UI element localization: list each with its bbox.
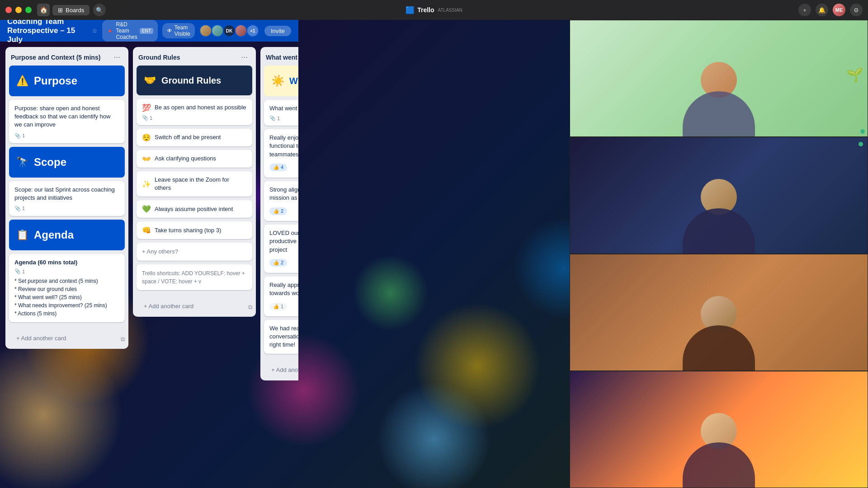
column-header-purpose: Purpose and Context (5 mins) ···: [5, 47, 128, 66]
purpose-emoji: ⚠️: [16, 75, 28, 87]
paperclip-icon: 📎: [14, 133, 21, 139]
vote-badge-kickoff[interactable]: 👍 2: [269, 259, 287, 267]
notification-bell[interactable]: 🔔: [816, 4, 828, 16]
video-cell-2: [570, 137, 868, 254]
card-gr-positive[interactable]: 💚 Always assume positive intent: [137, 200, 252, 218]
card-wwwell-alignment[interactable]: Strong alignment to our purpose and miss…: [264, 181, 298, 221]
column-what-went-well: What went well? (10 mins) ··· ☀️ What we…: [260, 47, 298, 380]
card-wwwell-crossfunctional[interactable]: Really enjoyed working as a cross-functi…: [264, 129, 298, 178]
atlassian-label: ATLASSIAN: [438, 8, 462, 13]
column-purpose-context: Purpose and Context (5 mins) ··· ⚠️ Purp…: [5, 47, 128, 349]
invite-button[interactable]: Invite: [264, 26, 291, 36]
card-purpose-text[interactable]: Purpose: share open and honest feedback …: [9, 100, 125, 143]
card-gr-space[interactable]: ✨ Leave space in the Zoom for others: [137, 171, 252, 197]
card-scope-text[interactable]: Scope: our last Sprint across coaching p…: [9, 181, 125, 216]
card-wwwell-conversations[interactable]: We had really productive, but tough conv…: [264, 320, 298, 354]
search-button[interactable]: 🔍: [93, 4, 106, 16]
vote-badge-alignment[interactable]: 👍 2: [269, 207, 287, 215]
member-avatar-plus[interactable]: +1: [246, 24, 259, 37]
add-card-button-groundrules[interactable]: + Add another card: [138, 299, 199, 313]
add-button[interactable]: +: [798, 4, 811, 16]
maximize-button[interactable]: [25, 7, 32, 13]
gr-emoji-1: 💯: [142, 103, 151, 112]
agenda-item-2: * Review our ground rules: [14, 285, 119, 293]
member-avatar-1[interactable]: [199, 24, 212, 37]
column-menu-groundrules[interactable]: ···: [238, 52, 250, 63]
visibility-label: Team Visible: [175, 24, 190, 37]
card-gr-others[interactable]: + Any others?: [137, 243, 252, 260]
column-menu-purpose[interactable]: ···: [111, 52, 123, 63]
card-gr-turns[interactable]: 👊 Take turns sharing (top 3): [137, 221, 252, 239]
gr-text-4: Leave space in the Zoom for others: [155, 176, 247, 192]
column-cards-purpose: ⚠️ Purpose Purpose: share open and hones…: [5, 66, 128, 329]
vote-badge-worklife[interactable]: 👍 1: [269, 303, 287, 310]
column-cards-wwwell: ☀️ What went well? What went well? 📎 1 R…: [260, 66, 298, 361]
workspace-badge[interactable]: 🔺 R&D Team Coaches ENT: [102, 20, 157, 42]
visibility-icon: 👁: [167, 28, 172, 34]
column-ground-rules: Ground Rules ··· 🤝 Ground Rules 💯 Be as …: [133, 47, 256, 317]
workspace-icon: 🔺: [107, 28, 113, 34]
card-gr-honest[interactable]: 💯 Be as open and honest as possible 📎 1: [137, 99, 252, 125]
card-agenda-hero[interactable]: 📋 Agenda: [9, 220, 125, 250]
scope-emoji: 🔭: [16, 156, 28, 168]
workspace-label: R&D Team Coaches: [116, 21, 137, 40]
board-area: Purpose and Context (5 mins) ··· ⚠️ Purp…: [0, 42, 298, 488]
gr-text-5: Always assume positive intent: [155, 205, 233, 213]
wwwell-title: What went well?: [289, 76, 298, 86]
vote-badge-cf[interactable]: 👍 4: [269, 164, 287, 171]
wwwell-alignment-text: Strong alignment to our purpose and miss…: [269, 186, 298, 202]
trello-wordmark: Trello: [417, 6, 434, 14]
member-avatar-4[interactable]: [235, 24, 247, 37]
settings-button[interactable]: ⚙: [850, 4, 863, 16]
video-cell-1: 🌱: [570, 20, 868, 137]
paperclip-icon-gr1: 📎: [142, 115, 148, 121]
close-button[interactable]: [5, 7, 12, 13]
agenda-item-1: * Set purpose and context (5 mins): [14, 277, 119, 285]
column-header-groundrules: Ground Rules ···: [133, 47, 256, 66]
gr-emoji-4: ✨: [142, 180, 151, 188]
purpose-attachment: 📎 1: [14, 133, 25, 139]
card-gr-switchoff[interactable]: 😌 Switch off and be present: [137, 129, 252, 146]
member-avatar-2[interactable]: [211, 24, 224, 37]
grid-icon: ⊞: [58, 7, 63, 14]
gr-emoji-2: 😌: [142, 133, 151, 142]
column-cards-groundrules: 🤝 Ground Rules 💯 Be as open and honest a…: [133, 66, 256, 297]
purpose-text: Purpose: share open and honest feedback …: [14, 104, 119, 129]
add-card-button-wwwell[interactable]: + Add another card: [266, 363, 298, 377]
column-title-wwwell: What went well? (10 mins): [266, 54, 298, 61]
card-agenda-text[interactable]: Agenda (60 mins total) 📎 1 * Set purpose…: [9, 254, 125, 322]
paperclip-icon-3: 📎: [14, 268, 21, 274]
agenda-attachment: 📎 1: [14, 268, 25, 274]
wwwell-conversations-text: We had really productive, but tough conv…: [269, 324, 298, 349]
card-purpose-hero[interactable]: ⚠️ Purpose: [9, 66, 125, 96]
boards-label: Boards: [66, 7, 84, 14]
trello-logo-area: 🟦 Trello ATLASSIAN: [406, 6, 462, 14]
card-wwwell-main[interactable]: What went well? 📎 1: [264, 100, 298, 126]
wwwell-main-text: What went well?: [269, 104, 298, 113]
card-wwwell-worklife[interactable]: Really appreciate everyone's respect tow…: [264, 277, 298, 316]
card-gr-clarify[interactable]: 👐 Ask clarifying questions: [137, 150, 252, 168]
user-avatar[interactable]: ME: [833, 4, 845, 16]
gr-emoji-6: 👊: [142, 226, 151, 235]
copy-button-groundrules[interactable]: ⧉: [248, 304, 252, 311]
column-title-groundrules: Ground Rules: [138, 54, 238, 61]
purpose-title: Purpose: [34, 75, 77, 87]
scope-attachment: 📎 1: [14, 206, 25, 211]
star-button[interactable]: ☆: [92, 27, 98, 34]
copy-button-purpose[interactable]: ⧉: [121, 336, 125, 343]
card-wwwell-kickoff[interactable]: LOVED our project kickoff – super produc…: [264, 225, 298, 273]
titlebar-right: + 🔔 ME ⚙: [798, 4, 863, 16]
minimize-button[interactable]: [15, 7, 22, 13]
gr-text-2: Switch off and be present: [155, 133, 221, 141]
add-card-button-purpose[interactable]: + Add another card: [11, 331, 71, 345]
status-dot-1: [860, 129, 865, 134]
card-scope-hero[interactable]: 🔭 Scope: [9, 147, 125, 178]
visibility-badge[interactable]: 👁 Team Visible: [162, 23, 195, 38]
add-card-row-wwwell: + Add another card ⧉: [260, 361, 298, 380]
card-groundrules-hero[interactable]: 🤝 Ground Rules: [137, 66, 252, 95]
member-avatar-dk[interactable]: DK: [223, 24, 236, 37]
trello-icon: 🟦: [406, 6, 415, 14]
card-wwwell-hero[interactable]: ☀️ What went well?: [264, 66, 298, 96]
home-button[interactable]: 🏠: [37, 4, 50, 16]
boards-nav-button[interactable]: ⊞ Boards: [52, 5, 90, 15]
